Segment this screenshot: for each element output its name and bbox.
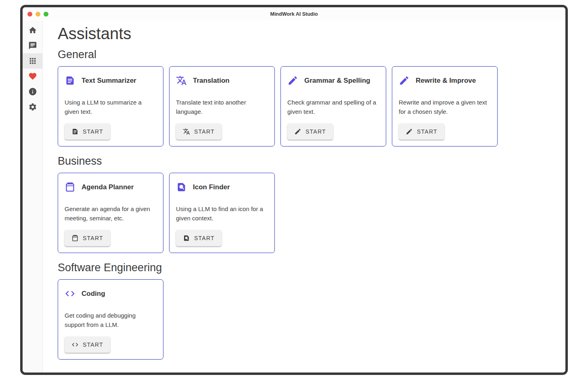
- sidebar: [23, 21, 43, 373]
- sidebar-item-chat[interactable]: [23, 38, 42, 53]
- pencil-icon: [294, 128, 301, 135]
- card-title: Agenda Planner: [82, 183, 134, 191]
- card-title: Text Summarizer: [82, 77, 136, 85]
- card-header: Agenda Planner: [65, 182, 157, 193]
- code-icon: [71, 341, 79, 348]
- calendar-icon: [65, 182, 75, 193]
- start-button-label: START: [194, 235, 215, 241]
- main-content: Assistants General Text Summarizer Using…: [43, 21, 565, 373]
- assistant-card-grammar-spelling: Grammar & Spelling Check grammar and spe…: [280, 66, 386, 147]
- assistant-card-coding: Coding Get coding and debugging support …: [58, 279, 163, 360]
- card-description: Get coding and debugging support from a …: [65, 311, 157, 337]
- icon-search-icon: [176, 182, 187, 193]
- title-bar: MindWork AI Studio: [23, 7, 565, 21]
- app-window: MindWork AI Studio Assistants General Te…: [20, 5, 568, 375]
- translate-icon: [176, 75, 187, 86]
- minimize-window-button[interactable]: [36, 12, 40, 17]
- pencil-icon: [287, 75, 298, 86]
- pencil-icon: [406, 128, 413, 135]
- home-icon: [28, 26, 37, 35]
- window-title: MindWork AI Studio: [270, 11, 318, 17]
- section-title: Software Engineering: [58, 262, 556, 274]
- card-title: Coding: [82, 290, 105, 298]
- card-description: Check grammar and spelling of a given te…: [287, 98, 379, 123]
- start-button[interactable]: START: [176, 230, 222, 246]
- sidebar-item-supporters[interactable]: [23, 69, 42, 84]
- assistant-card-agenda-planner: Agenda Planner Generate an agenda for a …: [58, 173, 163, 253]
- start-button-label: START: [306, 128, 326, 135]
- card-row: Text Summarizer Using a LLM to summarize…: [58, 66, 556, 147]
- card-header: Text Summarizer: [65, 75, 157, 86]
- card-title: Translation: [193, 77, 230, 85]
- heart-icon: [28, 72, 37, 81]
- start-button[interactable]: START: [176, 123, 222, 140]
- card-row: Agenda Planner Generate an agenda for a …: [58, 173, 556, 253]
- start-button-label: START: [194, 128, 215, 135]
- translate-icon: [183, 128, 190, 135]
- page-title: Assistants: [58, 25, 556, 43]
- assistant-card-translation: Translation Translate text into another …: [169, 66, 275, 147]
- assistant-sections: General Text Summarizer Using a LLM to s…: [58, 48, 556, 360]
- start-button[interactable]: START: [65, 123, 110, 140]
- icon-search-icon: [183, 234, 190, 242]
- start-button[interactable]: START: [65, 230, 110, 246]
- card-header: Icon Finder: [176, 182, 268, 193]
- card-header: Translation: [176, 75, 268, 86]
- code-icon: [65, 288, 75, 299]
- start-button[interactable]: START: [287, 123, 333, 140]
- assistant-card-icon-finder: Icon Finder Using a LLM to find an icon …: [169, 173, 275, 253]
- assistant-card-rewrite-improve: Rewrite & Improve Rewrite and improve a …: [392, 66, 498, 147]
- start-button[interactable]: START: [65, 337, 110, 353]
- sidebar-item-settings[interactable]: [23, 99, 42, 115]
- card-title: Rewrite & Improve: [416, 77, 476, 85]
- card-title: Icon Finder: [193, 183, 230, 191]
- start-button-label: START: [417, 128, 437, 135]
- card-description: Using a LLM to find an icon for a given …: [176, 204, 268, 230]
- pencil-icon: [399, 75, 410, 86]
- card-title: Grammar & Spelling: [304, 77, 370, 85]
- traffic-lights: [27, 12, 48, 17]
- card-description: Rewrite and improve a given text for a c…: [399, 98, 491, 123]
- card-header: Grammar & Spelling: [287, 75, 379, 86]
- start-button[interactable]: START: [399, 123, 444, 140]
- start-button-label: START: [83, 235, 103, 241]
- sidebar-item-home[interactable]: [23, 23, 42, 38]
- chat-icon: [28, 41, 37, 50]
- close-window-button[interactable]: [27, 12, 32, 17]
- zoom-window-button[interactable]: [44, 12, 48, 17]
- card-header: Rewrite & Improve: [399, 75, 491, 86]
- card-description: Translate text into another language.: [176, 98, 268, 123]
- card-row: Coding Get coding and debugging support …: [58, 279, 556, 360]
- card-description: Generate an agenda for a given meeting, …: [65, 204, 157, 230]
- gear-icon: [28, 103, 37, 111]
- section-title: Business: [58, 155, 556, 167]
- document-icon: [71, 128, 79, 135]
- card-header: Coding: [65, 288, 157, 299]
- apps-grid-icon: [28, 57, 37, 65]
- card-description: Using a LLM to summarize a given text.: [65, 98, 157, 123]
- start-button-label: START: [83, 128, 103, 135]
- document-icon: [65, 75, 75, 86]
- assistant-card-text-summarizer: Text Summarizer Using a LLM to summarize…: [58, 66, 163, 147]
- calendar-icon: [71, 234, 79, 242]
- info-icon: [28, 87, 37, 96]
- start-button-label: START: [83, 341, 103, 348]
- sidebar-item-assistants[interactable]: [23, 53, 42, 69]
- sidebar-item-about[interactable]: [23, 84, 42, 99]
- section-title: General: [58, 48, 556, 61]
